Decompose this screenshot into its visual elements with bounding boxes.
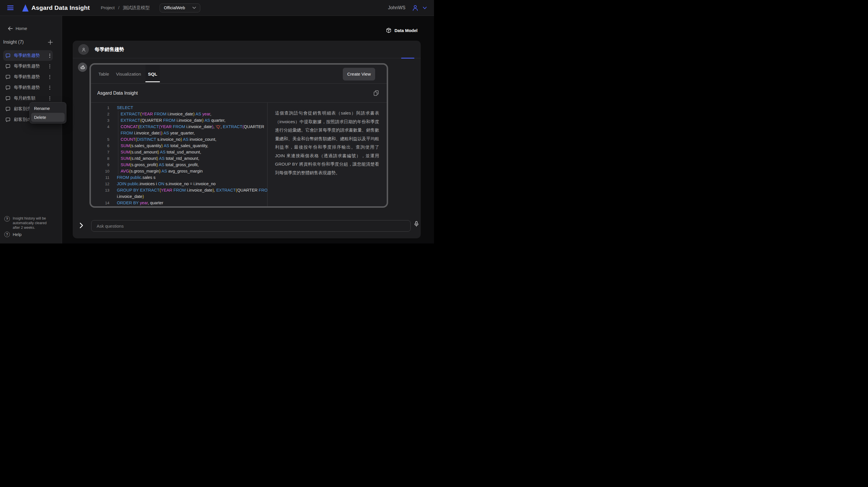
item-more-menu-icon[interactable] [49, 64, 50, 68]
data-model-label: Data Model [395, 28, 417, 33]
item-more-menu-icon[interactable] [49, 54, 50, 58]
sql-code-line: 10AVG(s.gross_margin) AS avg_gross_margi… [91, 168, 267, 174]
sql-code-line: 14ORDER BY year, quarter [91, 200, 267, 206]
sql-code-line: 13GROUP BY EXTRACT(YEAR FROM i.invoice_d… [91, 187, 267, 193]
breadcrumb-section[interactable]: Project [101, 5, 115, 10]
plus-icon [48, 40, 53, 45]
chat-bubble-icon [5, 53, 11, 58]
sidebar-home-label: Home [16, 26, 27, 31]
sql-code-line: FROM i.invoice_date)) AS year_quarter, [91, 130, 267, 136]
info-icon: ? [4, 216, 10, 222]
app-logo-icon [22, 4, 29, 11]
scroll-indicator [401, 58, 414, 59]
sql-code-line: 5COUNT(DISTINCT s.invoice_no) AS invoice… [91, 136, 267, 142]
ask-bar [73, 217, 421, 238]
create-view-button[interactable]: Create View [343, 68, 375, 80]
sql-code-line: 1SELECT [91, 104, 267, 111]
chat-bubble-icon [5, 85, 11, 90]
insight-header-label: Insight (7) [3, 39, 24, 45]
sql-code-line: 6SUM(s.sales_quantity) AS total_sales_qu… [91, 142, 267, 149]
user-avatar-icon[interactable] [412, 4, 419, 11]
insight-item-label: 每季銷售趨勢 [14, 74, 40, 79]
top-bar: Asgard Data Insight Project / 測試語意模型 Off… [0, 0, 434, 16]
sql-code-line: 7SUM(s.usd_amount) AS total_usd_amount, [91, 149, 267, 155]
sql-code-line: 4CONCAT(EXTRACT(YEAR FROM i.invoice_date… [91, 124, 267, 130]
tab-sql[interactable]: SQL [146, 65, 160, 84]
insight-list-item[interactable]: 每季銷售趨勢 [3, 61, 53, 71]
sql-code-line: 9SUM(s.gross_profit) AS total_gross_prof… [91, 162, 267, 168]
collapse-chevron-icon[interactable] [80, 223, 83, 228]
hamburger-menu-icon[interactable] [7, 5, 13, 10]
sql-panel-header: Asgard Data Insight [91, 84, 387, 103]
sql-code-line: 12JOIN public.invoices i ON s.invoice_no… [91, 181, 267, 187]
user-name: JohnWS [388, 5, 405, 10]
workspace-select-value: OfficialWeb [164, 5, 185, 10]
sql-explanation: 這個查詢語句會從銷售明細表（sales）與請求書表（invoices）中提取數據… [268, 103, 387, 206]
breadcrumb-separator: / [118, 5, 119, 10]
sql-code-line: 3EXTRACT(QUARTER FROM i.invoice_date) AS… [91, 117, 267, 124]
tab-bar: TableVisualizationSQL Create View [91, 65, 387, 84]
context-menu-item-rename[interactable]: Rename [31, 104, 65, 113]
chat-bubble-icon [5, 117, 11, 122]
help-label: Help [13, 232, 22, 237]
add-insight-button[interactable] [48, 40, 53, 45]
item-context-menu: RenameDelete [29, 102, 66, 124]
data-model-button[interactable]: Data Model [386, 27, 417, 33]
user-avatar [78, 44, 89, 55]
sql-code-line: 11FROM public.sales s [91, 174, 267, 181]
insight-item-label: 顧客別売 [14, 106, 31, 112]
chat-header: 每季銷售趨勢 [73, 41, 421, 58]
insight-section-header: Insight (7) [3, 39, 59, 45]
robot-icon [80, 65, 85, 70]
workspace-select[interactable]: OfficialWeb [160, 3, 200, 12]
tab-visualization[interactable]: Visualization [114, 65, 144, 84]
insight-list-item[interactable]: 每季銷售趨勢 [3, 71, 53, 82]
tab-bar-tabs: TableVisualizationSQL [95, 65, 161, 84]
chat-bubble-icon [5, 96, 11, 101]
history-note-text: Insight history will be automatically cl… [13, 216, 52, 230]
ask-questions-input[interactable] [91, 220, 411, 232]
context-menu-item-delete[interactable]: Delete [31, 113, 65, 122]
sql-code-editor[interactable]: 1SELECT2EXTRACT(YEAR FROM i.invoice_date… [91, 103, 267, 206]
app-title: Asgard Data Insight [31, 4, 90, 11]
insight-item-label: 每季銷售趨勢 [14, 63, 40, 69]
insight-list-item[interactable]: 每季銷售趨勢 [3, 50, 53, 61]
chat-bubble-icon [5, 74, 11, 79]
sql-code-line: 8SUM(s.ntd_amount) AS total_ntd_amount, [91, 155, 267, 162]
main-area: Data Model 每季銷售趨勢 TableVisualizationSQL … [62, 16, 434, 244]
help-button[interactable]: ? Help [4, 232, 22, 237]
back-arrow-icon [8, 27, 13, 31]
sql-panel-title: Asgard Data Insight [97, 91, 138, 96]
history-note: ? Insight history will be automatically … [4, 216, 58, 230]
chat-bubble-icon [5, 63, 11, 69]
help-icon: ? [4, 232, 10, 237]
item-more-menu-icon[interactable] [49, 75, 50, 79]
copy-button[interactable] [374, 90, 379, 96]
result-card: TableVisualizationSQL Create View Asgard… [89, 63, 388, 208]
insight-item-label: 每季銷售趨勢 [14, 53, 40, 58]
chat-title: 每季銷售趨勢 [95, 41, 124, 58]
assistant-avatar [78, 63, 87, 72]
tab-table[interactable]: Table [96, 65, 112, 84]
cube-icon [386, 27, 392, 33]
insight-item-label: 每月銷售額 [14, 96, 35, 101]
sql-code-line: i.invoice_date) [91, 193, 267, 200]
microphone-icon[interactable] [413, 221, 420, 227]
app-root: Asgard Data Insight Project / 測試語意模型 Off… [0, 0, 434, 244]
chevron-down-icon [192, 7, 196, 9]
person-icon [81, 47, 86, 52]
user-menu-chevron-icon[interactable] [423, 7, 427, 9]
insight-item-label: 每季銷售趨勢 [14, 85, 40, 90]
sidebar: Home Insight (7) 每季銷售趨勢每季銷售趨勢每季銷售趨勢每季銷售趨… [0, 16, 62, 244]
sidebar-home-link[interactable]: Home [8, 26, 27, 31]
insight-list-item[interactable]: 每季銷售趨勢 [3, 82, 53, 93]
chat-panel: 每季銷售趨勢 TableVisualizationSQL Create View… [73, 41, 421, 238]
chat-bubble-icon [5, 106, 11, 112]
item-more-menu-icon[interactable] [49, 86, 50, 90]
sql-code-line: 2EXTRACT(YEAR FROM i.invoice_date) AS ye… [91, 111, 267, 117]
item-more-menu-icon[interactable] [49, 96, 50, 100]
sql-body: 1SELECT2EXTRACT(YEAR FROM i.invoice_date… [91, 103, 387, 206]
breadcrumb-page[interactable]: 測試語意模型 [123, 5, 150, 11]
copy-icon [374, 90, 379, 96]
